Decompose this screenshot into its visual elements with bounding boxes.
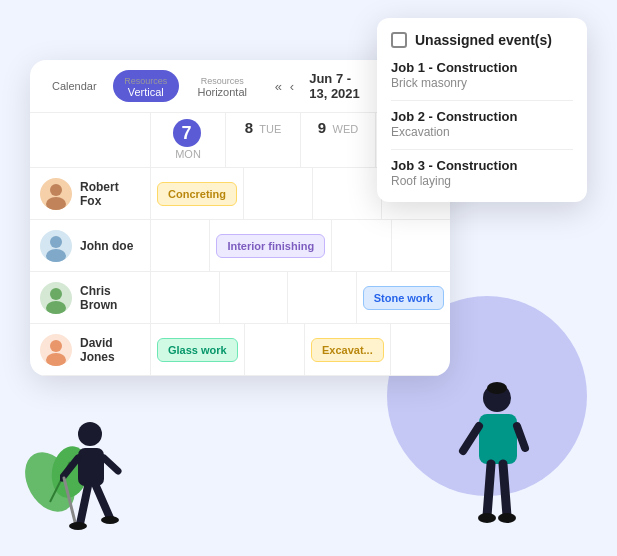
tab-resources-vertical-btn[interactable]: Resources Vertical bbox=[113, 70, 179, 102]
avatar bbox=[40, 178, 72, 210]
list-item[interactable]: Job 3 - Construction Roof laying bbox=[391, 158, 573, 188]
event-cell-3-1 bbox=[244, 324, 304, 375]
event-cell-2-0 bbox=[150, 272, 219, 323]
event-cell-2-1 bbox=[219, 272, 288, 323]
date-range-label: Jun 7 - 13, 2021 bbox=[309, 71, 371, 101]
svg-point-27 bbox=[69, 522, 87, 530]
svg-point-20 bbox=[78, 422, 102, 446]
resource-name-1: John doe bbox=[80, 239, 133, 253]
svg-line-14 bbox=[463, 426, 479, 451]
event-cell-0-1 bbox=[243, 168, 312, 219]
svg-point-12 bbox=[487, 382, 507, 394]
event-cell-3-3 bbox=[390, 324, 450, 375]
resource-cell-1: John doe bbox=[30, 222, 150, 270]
header-resource-label bbox=[30, 113, 150, 167]
svg-point-6 bbox=[46, 249, 66, 262]
avatar bbox=[40, 334, 72, 366]
svg-point-4 bbox=[46, 197, 66, 210]
svg-line-23 bbox=[104, 458, 118, 471]
day-number-0: 7 bbox=[173, 119, 201, 147]
tab-resources-vertical[interactable]: Resources Vertical bbox=[113, 70, 179, 102]
unassigned-checkbox[interactable] bbox=[391, 32, 407, 48]
event-cell-0-2 bbox=[312, 168, 381, 219]
day-name-2: WED bbox=[333, 123, 359, 135]
event-chip[interactable]: Excavat... bbox=[311, 338, 384, 362]
event-chip[interactable]: Stone work bbox=[363, 286, 444, 310]
event-cell-1-1: Interior finishing bbox=[209, 220, 331, 271]
resource-name-2: Chris Brown bbox=[80, 284, 140, 312]
avatar bbox=[40, 282, 72, 314]
job-sub-1: Excavation bbox=[391, 125, 573, 139]
svg-rect-21 bbox=[78, 448, 104, 486]
avatar bbox=[40, 230, 72, 262]
day-number-1: 8 bbox=[245, 119, 253, 136]
svg-point-3 bbox=[50, 184, 62, 196]
figure-right bbox=[447, 376, 537, 536]
event-chip[interactable]: Concreting bbox=[157, 182, 237, 206]
svg-point-7 bbox=[50, 288, 62, 300]
svg-line-25 bbox=[80, 486, 88, 524]
divider bbox=[391, 100, 573, 101]
svg-line-15 bbox=[517, 426, 525, 448]
table-row: David Jones Glass work Excavat... bbox=[30, 324, 450, 376]
table-row: John doe Interior finishing bbox=[30, 220, 450, 272]
tab-resources-horizontal[interactable]: Resources Horizontal bbox=[185, 70, 260, 102]
job-title-1: Job 2 - Construction bbox=[391, 109, 573, 124]
day-name-0: MON bbox=[175, 148, 201, 160]
day-name-1: TUE bbox=[259, 123, 281, 135]
svg-point-8 bbox=[46, 301, 66, 314]
header-day-0: 7 MON bbox=[150, 113, 225, 167]
event-chip[interactable]: Glass work bbox=[157, 338, 238, 362]
svg-point-19 bbox=[498, 513, 516, 523]
event-chip[interactable]: Interior finishing bbox=[216, 234, 325, 258]
tab-calendar[interactable]: Calendar bbox=[42, 76, 107, 96]
resource-cell-2: Chris Brown bbox=[30, 274, 150, 322]
event-cell-3-0: Glass work bbox=[150, 324, 244, 375]
svg-point-5 bbox=[50, 236, 62, 248]
svg-line-22 bbox=[62, 458, 78, 478]
svg-line-17 bbox=[503, 464, 507, 516]
svg-point-9 bbox=[50, 340, 62, 352]
job-sub-2: Roof laying bbox=[391, 174, 573, 188]
nav-prev-prev-button[interactable]: « bbox=[272, 77, 285, 96]
table-row: Chris Brown Stone work bbox=[30, 272, 450, 324]
job-title-0: Job 1 - Construction bbox=[391, 60, 573, 75]
svg-point-10 bbox=[46, 353, 66, 366]
header-day-2: 9 WED bbox=[300, 113, 375, 167]
list-item[interactable]: Job 1 - Construction Brick masonry bbox=[391, 60, 573, 90]
svg-line-16 bbox=[487, 464, 491, 516]
resource-cell-0: Robert Fox bbox=[30, 170, 150, 218]
resource-name-0: Robert Fox bbox=[80, 180, 140, 208]
divider bbox=[391, 149, 573, 150]
event-cell-1-2 bbox=[331, 220, 390, 271]
event-cell-2-3: Stone work bbox=[356, 272, 450, 323]
resource-name-3: David Jones bbox=[80, 336, 140, 364]
svg-point-18 bbox=[478, 513, 496, 523]
resource-cell-3: David Jones bbox=[30, 326, 150, 374]
svg-line-24 bbox=[64, 478, 76, 526]
event-cell-2-2 bbox=[287, 272, 356, 323]
svg-rect-13 bbox=[479, 414, 517, 464]
dropdown-title: Unassigned event(s) bbox=[415, 32, 552, 48]
dropdown-panel: Unassigned event(s) Job 1 - Construction… bbox=[377, 18, 587, 202]
event-cell-1-0 bbox=[150, 220, 209, 271]
job-sub-0: Brick masonry bbox=[391, 76, 573, 90]
list-item[interactable]: Job 2 - Construction Excavation bbox=[391, 109, 573, 139]
day-number-2: 9 bbox=[318, 119, 326, 136]
svg-point-28 bbox=[101, 516, 119, 524]
event-cell-3-2: Excavat... bbox=[304, 324, 390, 375]
svg-line-26 bbox=[96, 486, 110, 518]
header-day-1: 8 TUE bbox=[225, 113, 300, 167]
dropdown-header: Unassigned event(s) bbox=[391, 32, 573, 48]
job-title-2: Job 3 - Construction bbox=[391, 158, 573, 173]
nav-prev-button[interactable]: ‹ bbox=[287, 77, 297, 96]
nav-arrows: « ‹ bbox=[272, 77, 298, 96]
event-cell-1-3 bbox=[391, 220, 450, 271]
event-cell-0-0: Concreting bbox=[150, 168, 243, 219]
tab-resources-horizontal-btn[interactable]: Resources Horizontal bbox=[185, 70, 260, 102]
figure-left bbox=[60, 416, 140, 546]
